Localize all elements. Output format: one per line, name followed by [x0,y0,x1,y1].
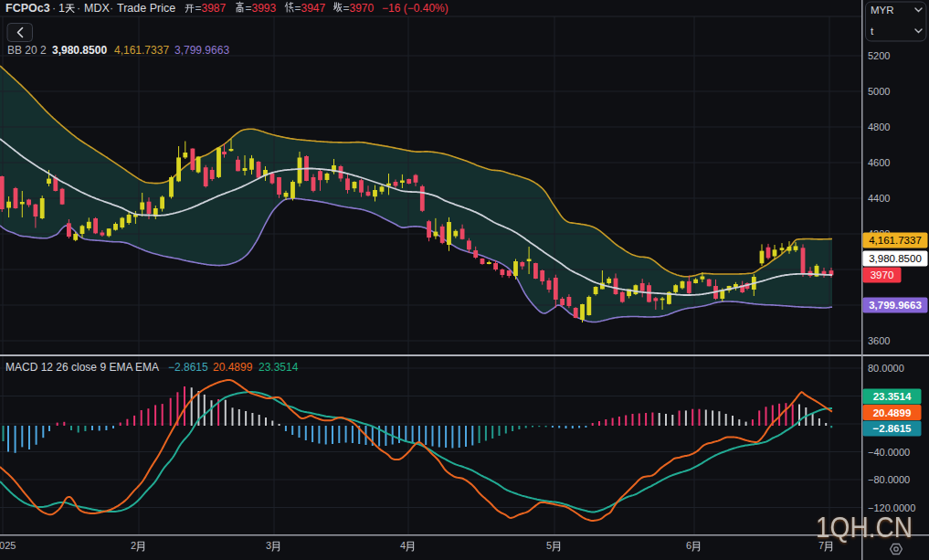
svg-text:·: · [110,2,113,15]
svg-text:6: 6 [686,540,691,551]
svg-text:23.3514: 23.3514 [259,361,299,374]
svg-text:5000: 5000 [868,86,890,97]
svg-text:=: = [195,2,202,15]
svg-text:4800: 4800 [868,122,890,132]
svg-text:20.4899: 20.4899 [873,407,912,418]
svg-text:3,980.8500: 3,980.8500 [52,44,107,57]
svg-text:Trade Price: Trade Price [117,2,175,15]
svg-text:BB 20 2: BB 20 2 [7,44,47,57]
svg-text:1QH.CN: 1QH.CN [816,511,913,544]
svg-text:23.3514: 23.3514 [873,391,912,402]
svg-text:MDX: MDX [84,2,110,15]
svg-text:3970: 3970 [350,2,375,15]
svg-text:3,799.9663: 3,799.9663 [869,300,922,311]
svg-text:2025: 2025 [0,540,16,551]
svg-text:3: 3 [266,540,271,551]
svg-text:3947: 3947 [301,2,326,15]
svg-text:4600: 4600 [868,157,890,168]
svg-text:MYR: MYR [871,5,894,16]
svg-text:4: 4 [400,540,406,551]
svg-text:20.4899: 20.4899 [213,361,253,374]
svg-text:−40.0000: −40.0000 [868,447,910,458]
svg-text:1: 1 [58,2,65,15]
svg-text:MACD 12 26 close 9 EMA EMA: MACD 12 26 close 9 EMA EMA [5,361,159,374]
svg-text:3987: 3987 [202,2,227,15]
svg-text:4,161.7337: 4,161.7337 [114,44,169,57]
svg-text:3600: 3600 [868,335,890,346]
svg-text:3,799.9663: 3,799.9663 [174,44,229,57]
svg-text:5: 5 [546,540,552,551]
svg-text:−80.0000: −80.0000 [868,474,910,485]
svg-text:FCPOc3: FCPOc3 [5,2,50,15]
svg-text:3993: 3993 [252,2,277,15]
svg-text:−2.8615: −2.8615 [873,423,912,434]
svg-text:−16 (−0.40%): −16 (−0.40%) [382,2,449,15]
svg-text:4400: 4400 [868,193,890,204]
svg-text:3970: 3970 [871,269,894,280]
svg-text:5200: 5200 [868,50,890,61]
svg-text:2: 2 [131,540,136,551]
svg-text:=: = [295,2,301,15]
svg-text:−2.8615: −2.8615 [168,361,208,374]
svg-text:·: · [77,2,80,15]
svg-text:=: = [246,2,252,15]
svg-text:3,980.8500: 3,980.8500 [869,253,922,264]
svg-text:4,161.7337: 4,161.7337 [869,235,922,246]
svg-text:80.0000: 80.0000 [868,363,904,374]
svg-text:=: = [343,2,350,15]
svg-text:·: · [52,2,56,15]
